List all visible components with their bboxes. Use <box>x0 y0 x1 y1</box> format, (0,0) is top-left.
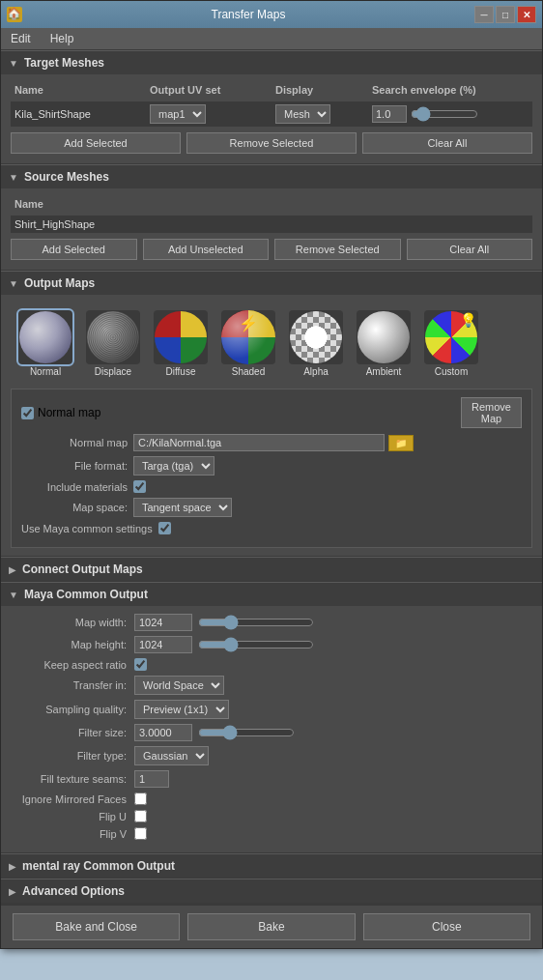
map-normal-icon <box>18 310 72 364</box>
source-row[interactable]: Shirt_HighShape <box>11 216 532 233</box>
normal-map-path-row: Normal map 📁 <box>21 434 522 451</box>
source-clear-button[interactable]: Clear All <box>407 239 533 260</box>
filter-size-row: Filter size: <box>11 724 532 741</box>
output-maps-title: Output Maps <box>24 276 95 290</box>
map-width-input[interactable] <box>134 614 192 631</box>
uv-set-select[interactable]: map1 <box>150 104 206 124</box>
maya-common-title: Maya Common Output <box>24 588 148 601</box>
target-name-cell: Kila_ShirtShape <box>14 108 150 120</box>
map-height-slider[interactable] <box>198 638 314 651</box>
normal-map-checkbox-row: Normal map <box>21 406 100 419</box>
normal-map-checkbox-label: Normal map <box>38 406 100 419</box>
col-display: Display <box>275 84 372 96</box>
filter-type-label: Filter type: <box>11 750 127 762</box>
filter-size-slider[interactable] <box>198 726 295 739</box>
target-remove-button[interactable]: Remove Selected <box>186 132 357 154</box>
map-space-select[interactable]: Tangent space World space <box>133 498 232 517</box>
map-diffuse-icon <box>154 310 208 364</box>
normal-map-path-label: Normal map <box>21 437 128 448</box>
envelope-slider[interactable] <box>411 107 478 121</box>
map-width-slider[interactable] <box>198 616 314 629</box>
maya-common-content: Map width: Map height: Keep aspect ratio… <box>1 606 542 852</box>
window-controls: ─ □ ✕ <box>474 6 536 23</box>
transfer-in-select[interactable]: World Space Local Space <box>134 676 224 695</box>
flip-v-row: Flip V <box>11 827 532 840</box>
map-normal[interactable]: Normal <box>14 310 76 377</box>
minimize-button[interactable]: ─ <box>474 6 494 23</box>
target-add-button[interactable]: Add Selected <box>11 132 181 154</box>
advanced-section: ▶ Advanced Options <box>1 879 542 904</box>
source-remove-button[interactable]: Remove Selected <box>274 239 401 260</box>
flip-v-checkbox[interactable] <box>134 827 147 840</box>
sampling-quality-row: Sampling quality: Preview (1x1) Low (2x2… <box>11 700 532 719</box>
map-alpha[interactable]: Alpha <box>285 310 347 377</box>
target-meshes-content: Name Output UV set Display Search envelo… <box>1 74 542 163</box>
col-name: Name <box>14 84 150 96</box>
file-format-select[interactable]: Targa (tga) <box>133 456 214 476</box>
filter-type-select[interactable]: Gaussian Box <box>134 746 209 765</box>
source-add-unselected-button[interactable]: Add Unselected <box>143 239 270 260</box>
target-display-cell: Mesh <box>275 104 372 124</box>
map-custom[interactable]: 💡 Custom <box>420 310 482 377</box>
map-diffuse[interactable]: Diffuse <box>150 310 212 377</box>
connect-output-header[interactable]: ▶ Connect Output Maps <box>1 557 542 581</box>
target-meshes-header[interactable]: ▼ Target Meshes <box>1 50 542 74</box>
mental-ray-header[interactable]: ▶ mental ray Common Output <box>1 853 542 878</box>
bake-button[interactable]: Bake <box>187 913 355 940</box>
source-add-button[interactable]: Add Selected <box>11 239 137 260</box>
map-alpha-label: Alpha <box>303 366 329 377</box>
menu-edit[interactable]: Edit <box>7 30 35 47</box>
diffuse-sphere <box>155 311 207 363</box>
source-meshes-header[interactable]: ▼ Source Meshes <box>1 164 542 188</box>
target-table-row[interactable]: Kila_ShirtShape map1 Mesh <box>11 101 532 127</box>
keep-aspect-checkbox[interactable] <box>134 658 147 671</box>
normal-map-checkbox[interactable] <box>21 407 34 419</box>
map-displace[interactable]: Displace <box>82 310 144 377</box>
bulb-icon: 💡 <box>460 312 476 328</box>
filter-size-label: Filter size: <box>11 727 127 738</box>
display-select[interactable]: Mesh <box>275 104 330 124</box>
filter-size-input[interactable] <box>134 724 192 741</box>
menu-help[interactable]: Help <box>46 30 78 47</box>
map-shaded[interactable]: ⚡ Shaded <box>217 310 279 377</box>
ignore-mirrored-checkbox[interactable] <box>134 793 147 805</box>
normal-map-path-input[interactable] <box>133 434 385 451</box>
advanced-header[interactable]: ▶ Advanced Options <box>1 879 542 903</box>
use-maya-label: Use Maya common settings <box>21 523 153 534</box>
close-button[interactable]: Close <box>363 913 530 940</box>
map-ambient[interactable]: Ambient <box>353 310 414 377</box>
output-maps-header[interactable]: ▼ Output Maps <box>1 271 542 295</box>
close-window-button[interactable]: ✕ <box>517 6 536 23</box>
map-diffuse-label: Diffuse <box>166 366 196 377</box>
target-table-header: Name Output UV set Display Search envelo… <box>11 82 532 98</box>
use-maya-row: Use Maya common settings <box>21 522 522 534</box>
include-materials-checkbox[interactable] <box>133 480 146 493</box>
sampling-quality-select[interactable]: Preview (1x1) Low (2x2) High (4x4) <box>134 700 229 719</box>
folder-button[interactable]: 📁 <box>388 435 414 451</box>
use-maya-checkbox[interactable] <box>158 522 171 534</box>
connect-output-title: Connect Output Maps <box>22 562 143 576</box>
normal-map-panel: Normal map Remove Map Normal map 📁 File … <box>11 389 532 548</box>
map-height-input[interactable] <box>134 636 192 653</box>
mental-ray-arrow: ▶ <box>9 861 16 872</box>
flip-v-label: Flip V <box>11 828 127 840</box>
maximize-button[interactable]: □ <box>496 6 515 23</box>
map-alpha-icon <box>289 310 343 364</box>
flip-u-checkbox[interactable] <box>134 810 147 822</box>
col-envelope: Search envelope (%) <box>372 84 529 96</box>
transfer-in-label: Transfer in: <box>11 679 127 691</box>
bottom-bar: Bake and Close Bake Close <box>1 904 542 948</box>
output-maps-section: ▼ Output Maps Normal <box>1 271 542 557</box>
ignore-mirrored-label: Ignore Mirrored Faces <box>11 793 127 805</box>
lightning-icon: ⚡ <box>239 314 258 332</box>
remove-map-button[interactable]: Remove Map <box>461 397 522 428</box>
bake-close-button[interactable]: Bake and Close <box>13 913 180 940</box>
envelope-input[interactable] <box>372 105 407 123</box>
target-clear-button[interactable]: Clear All <box>362 132 532 154</box>
target-meshes-title: Target Meshes <box>24 56 104 70</box>
fill-seams-input[interactable] <box>134 770 169 788</box>
maps-grid: Normal Displace Diffuse <box>11 303 532 385</box>
source-meshes-title: Source Meshes <box>24 170 109 184</box>
maya-common-header[interactable]: ▼ Maya Common Output <box>1 582 542 606</box>
map-custom-icon: 💡 <box>424 310 478 364</box>
